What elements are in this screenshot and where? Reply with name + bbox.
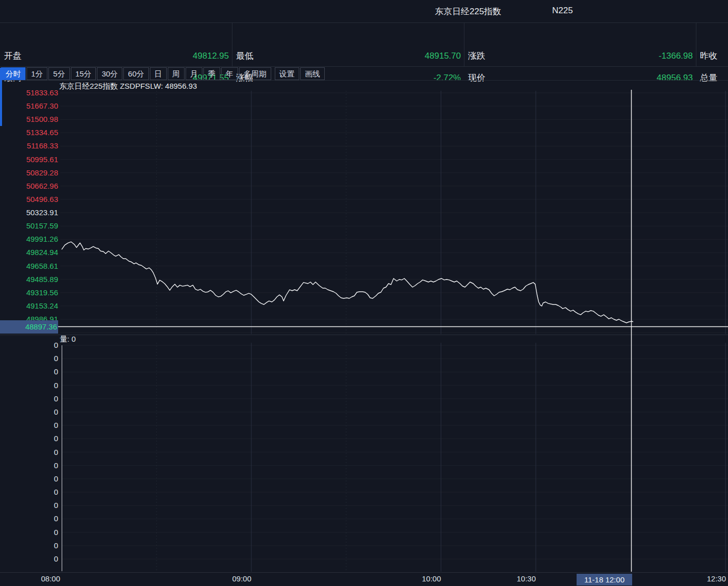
volume-tick-label: 0 <box>0 379 58 392</box>
quote-panel-divider <box>696 22 696 66</box>
volume-tick-label: 0 <box>0 339 58 352</box>
price-tick-label: 51500.98 <box>0 113 58 126</box>
legend-indicator-readout: ZSDPFSLW: 48956.93 <box>120 82 197 90</box>
price-tick-label: 51168.33 <box>0 139 58 152</box>
volume-tick-label: 0 <box>0 526 58 539</box>
volume-tick-label: 0 <box>0 392 58 405</box>
price-tick-label: 51334.65 <box>0 126 58 139</box>
volume-tick-label: 0 <box>0 459 58 472</box>
volume-tick-label: 0 <box>0 365 58 378</box>
time-tick-label: 08:00 <box>41 574 60 583</box>
quote-panel-divider <box>232 22 232 66</box>
chart-legend: 东京日经225指数 ZSDPFSLW: 48956.93 <box>59 82 197 91</box>
time-tick-label: 12:30 <box>707 574 726 583</box>
volume-tick-label: 0 <box>0 352 58 365</box>
price-line <box>62 242 633 323</box>
price-tick-label: 49658.61 <box>0 260 58 273</box>
volume-tick-label: 0 <box>0 552 58 566</box>
price-tick-label: 49991.26 <box>0 233 58 246</box>
price-tick-label: 50829.28 <box>0 166 58 180</box>
volume-tick-label: 0 <box>0 432 58 445</box>
quote-panel-divider <box>464 22 464 66</box>
price-tick-label: 50662.96 <box>0 180 58 193</box>
price-tick-label: 50496.63 <box>0 193 58 206</box>
volume-tick-label: 0 <box>0 446 58 459</box>
volume-readout: 量: 0 <box>60 335 76 344</box>
time-tick-label: 10:30 <box>516 574 536 583</box>
price-tick-label: 49319.56 <box>0 286 58 299</box>
price-tick-label: 50995.61 <box>0 153 58 166</box>
volume-tick-label: 0 <box>0 512 58 525</box>
volume-tick-label: 0 <box>0 405 58 419</box>
price-tick-label: 51833.63 <box>0 86 58 99</box>
crosshair-time-label: 11-18 12:00 <box>577 574 632 585</box>
time-tick-label: 10:00 <box>422 574 441 583</box>
time-tick-label: 09:00 <box>232 574 251 583</box>
price-tick-label: 51667.30 <box>0 99 58 113</box>
volume-tick-label: 0 <box>0 419 58 432</box>
price-tick-label: 49485.89 <box>0 273 58 286</box>
price-tick-label: 50323.91 <box>0 206 58 219</box>
volume-tick-label: 0 <box>0 539 58 552</box>
crosshair-price-label: 48897.36 <box>0 320 58 334</box>
legend-instrument-name: 东京日经225指数 <box>59 82 118 90</box>
price-tick-label: 49153.24 <box>0 299 58 313</box>
price-tick-label: 49824.94 <box>0 246 58 259</box>
left-scroll-indicator[interactable] <box>0 68 2 126</box>
volume-tick-label: 0 <box>0 472 58 486</box>
trading-app-window: 东京日经225指数 N225 开盘49812.95最低48915.70涨跌-13… <box>0 0 728 586</box>
price-tick-label: 50157.59 <box>0 219 58 233</box>
volume-tick-label: 0 <box>0 499 58 512</box>
volume-tick-label: 0 <box>0 486 58 499</box>
